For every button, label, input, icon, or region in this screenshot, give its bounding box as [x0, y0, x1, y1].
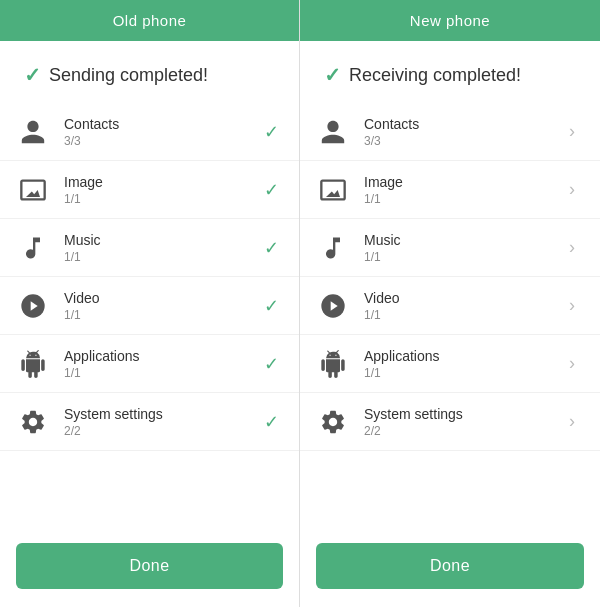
items-list: Contacts3/3✓Image1/1✓Music1/1✓Video1/1✓A… [0, 103, 299, 529]
panel-footer: Done [0, 529, 299, 607]
chevron-right-icon: › [560, 295, 584, 316]
video-icon [16, 289, 50, 323]
list-item-video[interactable]: Video1/1› [300, 277, 600, 335]
image-icon [316, 173, 350, 207]
completion-text: Receiving completed! [349, 65, 521, 86]
item-name: Video [364, 289, 560, 307]
check-icon: ✓ [259, 121, 283, 143]
item-text: Video1/1 [64, 289, 259, 322]
item-sub: 1/1 [64, 308, 259, 322]
settings-icon [16, 405, 50, 439]
contacts-icon [16, 115, 50, 149]
list-item-image[interactable]: Image1/1› [300, 161, 600, 219]
item-name: System settings [364, 405, 560, 423]
item-text: System settings2/2 [364, 405, 560, 438]
item-text: Applications1/1 [64, 347, 259, 380]
list-item-contacts: Contacts3/3✓ [0, 103, 299, 161]
check-icon: ✓ [259, 295, 283, 317]
item-name: Contacts [64, 115, 259, 133]
item-name: Image [364, 173, 560, 191]
list-item-system[interactable]: System settings2/2› [300, 393, 600, 451]
list-item-contacts[interactable]: Contacts3/3› [300, 103, 600, 161]
item-sub: 1/1 [364, 192, 560, 206]
panel-footer: Done [300, 529, 600, 607]
contacts-icon [316, 115, 350, 149]
completion-message: ✓Sending completed! [0, 41, 299, 103]
image-icon [16, 173, 50, 207]
music-icon [16, 231, 50, 265]
item-name: Music [64, 231, 259, 249]
item-name: Music [364, 231, 560, 249]
chevron-right-icon: › [560, 353, 584, 374]
list-item-music[interactable]: Music1/1› [300, 219, 600, 277]
android-icon [16, 347, 50, 381]
item-sub: 1/1 [64, 250, 259, 264]
item-sub: 3/3 [364, 134, 560, 148]
panel-new-phone: New phone✓Receiving completed!Contacts3/… [300, 0, 600, 607]
item-sub: 2/2 [64, 424, 259, 438]
panel-body: ✓Sending completed!Contacts3/3✓Image1/1✓… [0, 41, 299, 607]
panel-body: ✓Receiving completed!Contacts3/3›Image1/… [300, 41, 600, 607]
list-item-music: Music1/1✓ [0, 219, 299, 277]
panel-header: Old phone [0, 0, 299, 41]
item-text: Contacts3/3 [64, 115, 259, 148]
list-item-video: Video1/1✓ [0, 277, 299, 335]
item-name: Applications [364, 347, 560, 365]
done-button[interactable]: Done [16, 543, 283, 589]
chevron-right-icon: › [560, 411, 584, 432]
item-sub: 2/2 [364, 424, 560, 438]
item-name: Image [64, 173, 259, 191]
settings-icon [316, 405, 350, 439]
item-sub: 1/1 [364, 308, 560, 322]
item-text: Applications1/1 [364, 347, 560, 380]
video-icon [316, 289, 350, 323]
item-text: System settings2/2 [64, 405, 259, 438]
check-icon: ✓ [24, 63, 41, 87]
completion-text: Sending completed! [49, 65, 208, 86]
item-text: Image1/1 [64, 173, 259, 206]
item-text: Image1/1 [364, 173, 560, 206]
item-sub: 1/1 [64, 192, 259, 206]
check-icon: ✓ [259, 179, 283, 201]
item-name: Video [64, 289, 259, 307]
list-item-applications[interactable]: Applications1/1› [300, 335, 600, 393]
panel-header: New phone [300, 0, 600, 41]
check-icon: ✓ [324, 63, 341, 87]
done-button[interactable]: Done [316, 543, 584, 589]
item-sub: 1/1 [364, 250, 560, 264]
item-text: Video1/1 [364, 289, 560, 322]
check-icon: ✓ [259, 237, 283, 259]
items-list: Contacts3/3›Image1/1›Music1/1›Video1/1›A… [300, 103, 600, 529]
list-item-image: Image1/1✓ [0, 161, 299, 219]
item-text: Music1/1 [364, 231, 560, 264]
item-sub: 1/1 [364, 366, 560, 380]
check-icon: ✓ [259, 411, 283, 433]
chevron-right-icon: › [560, 121, 584, 142]
item-text: Contacts3/3 [364, 115, 560, 148]
music-icon [316, 231, 350, 265]
completion-message: ✓Receiving completed! [300, 41, 600, 103]
android-icon [316, 347, 350, 381]
panel-old-phone: Old phone✓Sending completed!Contacts3/3✓… [0, 0, 300, 607]
check-icon: ✓ [259, 353, 283, 375]
chevron-right-icon: › [560, 237, 584, 258]
item-name: Applications [64, 347, 259, 365]
item-name: Contacts [364, 115, 560, 133]
item-sub: 3/3 [64, 134, 259, 148]
list-item-applications: Applications1/1✓ [0, 335, 299, 393]
item-name: System settings [64, 405, 259, 423]
item-sub: 1/1 [64, 366, 259, 380]
chevron-right-icon: › [560, 179, 584, 200]
item-text: Music1/1 [64, 231, 259, 264]
list-item-system: System settings2/2✓ [0, 393, 299, 451]
